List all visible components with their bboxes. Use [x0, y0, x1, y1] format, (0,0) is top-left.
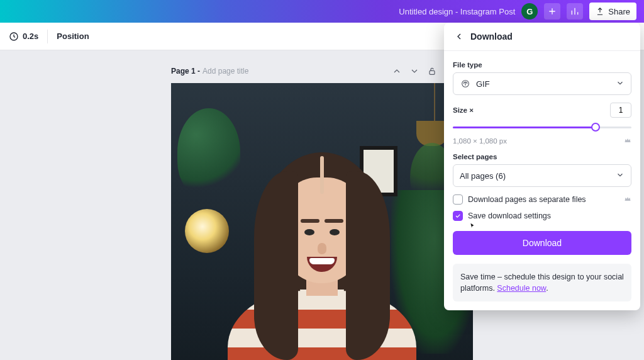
plus-icon [547, 6, 557, 16]
slider-thumb[interactable] [591, 123, 600, 132]
page-number-label: Page 1 - [171, 67, 200, 76]
chevron-down-icon [616, 171, 625, 181]
panel-header: Download [444, 23, 640, 50]
panel-title: Download [470, 31, 513, 42]
page-title-input[interactable]: Add page title [203, 67, 248, 76]
select-pages-value: All pages (6) [460, 171, 506, 181]
canvas-lamp [185, 209, 229, 253]
download-panel: Download File type GIF Size × 1,080 × 1,… [444, 23, 640, 310]
dimensions-readout: 1,080 × 1,080 px [453, 137, 507, 145]
expand-down-button[interactable] [409, 65, 420, 77]
upload-icon [596, 7, 604, 16]
chevron-left-icon [454, 31, 464, 42]
pro-crown-icon [624, 137, 631, 145]
duration-control[interactable]: 0.2s [9, 31, 38, 42]
chevron-down-icon [409, 66, 419, 76]
file-type-select[interactable]: GIF [453, 72, 631, 95]
file-type-value: GIF [476, 79, 490, 89]
bar-chart-icon [570, 6, 580, 16]
clock-icon [9, 31, 19, 42]
select-pages-label: Select pages [453, 153, 631, 160]
separate-files-checkbox[interactable] [453, 194, 463, 205]
duration-value: 0.2s [23, 31, 38, 41]
svg-rect-1 [430, 70, 435, 74]
size-multiplier-input[interactable] [610, 103, 631, 118]
slider-fill [453, 127, 596, 128]
panel-back-button[interactable] [453, 30, 465, 43]
app-header: Untitled design - Instagram Post G Share [0, 0, 644, 23]
lock-page-button[interactable] [426, 65, 438, 77]
panel-body: File type GIF Size × 1,080 × 1,080 px Se… [444, 51, 640, 310]
canvas-page-1[interactable] [171, 83, 473, 360]
toolbar-separator [47, 30, 48, 43]
download-button[interactable]: Download [453, 231, 631, 255]
user-avatar[interactable]: G [521, 3, 538, 20]
gif-icon [460, 78, 471, 89]
size-slider[interactable] [453, 121, 631, 133]
chevron-down-icon [616, 79, 625, 89]
canvas-hanging-pot [416, 121, 448, 146]
save-settings-checkbox[interactable] [453, 211, 463, 221]
separate-files-label: Download pages as separate files [468, 195, 586, 204]
page-container: Page 1 - Add page title [171, 63, 473, 360]
share-button-label: Share [608, 7, 630, 16]
save-settings-row: Save download settings [453, 211, 631, 221]
save-settings-label: Save download settings [468, 211, 551, 220]
separate-files-row: Download pages as separate files [453, 194, 631, 205]
lock-open-icon [427, 66, 437, 76]
size-label: Size × [453, 106, 474, 114]
select-pages-dropdown[interactable]: All pages (6) [453, 164, 631, 187]
collapse-up-button[interactable] [391, 65, 402, 77]
chevron-up-icon [392, 66, 402, 76]
file-type-label: File type [453, 61, 631, 69]
schedule-now-link[interactable]: Schedule now [497, 284, 546, 293]
design-title[interactable]: Untitled design - Instagram Post [399, 7, 515, 16]
insights-button[interactable] [567, 3, 583, 20]
position-button[interactable]: Position [57, 31, 89, 41]
share-button[interactable]: Share [589, 3, 636, 20]
add-member-button[interactable] [544, 3, 560, 20]
page-header: Page 1 - Add page title [171, 63, 473, 79]
pro-crown-icon [624, 195, 631, 205]
schedule-tip: Save time – schedule this design to your… [453, 264, 631, 301]
canvas-person [228, 152, 416, 360]
